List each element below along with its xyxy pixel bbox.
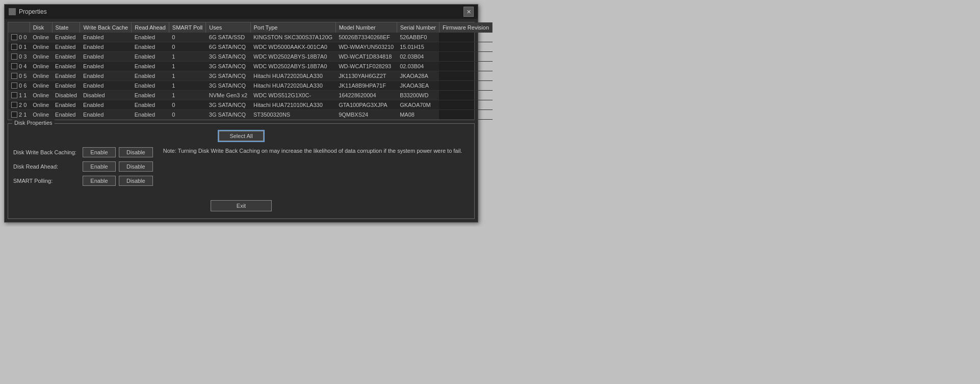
disk-table: Disk State Write Back Cache Read Ahead S…: [8, 22, 493, 120]
row-checkbox[interactable]: [11, 44, 17, 50]
disk-cell: 1 1: [8, 91, 30, 100]
port-type-cell: NVMe Gen3 x2: [206, 91, 250, 100]
read-ahead-label: Disk Read Ahead:: [13, 163, 80, 170]
row-checkbox[interactable]: [11, 92, 17, 98]
smart-poll-cell: Enabled: [132, 71, 169, 81]
serial-number-cell: WD-WMAYUN503210: [336, 42, 397, 52]
write-back-cache-cell: Enabled: [52, 52, 80, 62]
smart-polling-label: SMART Polling:: [13, 178, 80, 184]
table-row: 2 1OnlineEnabledEnabledEnabled03G SATA/N…: [8, 110, 493, 120]
section-legend: Disk Properties: [12, 120, 55, 126]
note-container: Note: Turning Disk Write Back Caching on…: [163, 147, 462, 190]
col-serial-number: Serial Number: [397, 22, 439, 33]
disk-cell: 2 0: [8, 100, 30, 109]
col-disk: Disk: [30, 22, 52, 33]
properties-controls: Disk Write Back Caching: Enable Disable …: [13, 147, 153, 190]
exit-row: Exit: [13, 200, 469, 211]
col-write-back-cache: Write Back Cache: [80, 22, 132, 33]
exit-button[interactable]: Exit: [211, 200, 272, 211]
state-cell: Online: [30, 33, 52, 42]
row-checkbox[interactable]: [11, 73, 17, 79]
write-back-cache-cell: Enabled: [52, 110, 80, 120]
disk-cell: 0 3: [8, 52, 30, 61]
firmware-revision-cell: JKAOA3EA: [397, 81, 439, 91]
disk-number: 0 5: [19, 73, 27, 79]
read-ahead-cell: Disabled: [80, 91, 132, 100]
write-back-disable-button[interactable]: Disable: [119, 147, 153, 157]
table-row: 2 0OnlineEnabledEnabledEnabled03G SATA/N…: [8, 100, 493, 110]
uses-cell: 1: [169, 62, 206, 71]
row-checkbox[interactable]: [11, 83, 17, 89]
row-checkbox[interactable]: [11, 53, 17, 60]
app-icon: [9, 8, 16, 15]
smart-polling-enable-button[interactable]: Enable: [83, 176, 116, 186]
read-ahead-row: Disk Read Ahead: Enable Disable: [13, 161, 153, 172]
row-checkbox[interactable]: [11, 112, 17, 118]
serial-number-cell: 50026B73340268EF: [336, 33, 397, 42]
port-type-cell: 6G SATA/NCQ: [206, 42, 250, 52]
title-bar: Properties ✕: [5, 5, 478, 19]
read-ahead-cell: Enabled: [80, 71, 132, 81]
disk-number: 0 0: [19, 34, 27, 40]
serial-number-cell: WD-WCAT1F028293: [336, 62, 397, 71]
col-state: State: [52, 22, 80, 33]
state-cell: Online: [30, 91, 52, 100]
write-back-enable-button[interactable]: Enable: [83, 147, 116, 157]
smart-poll-cell: Enabled: [132, 91, 169, 100]
write-back-cache-cell: Enabled: [52, 62, 80, 71]
smart-poll-cell: Enabled: [132, 110, 169, 120]
table-header: Disk State Write Back Cache Read Ahead S…: [8, 22, 493, 33]
row-checkbox[interactable]: [11, 102, 17, 108]
col-read-ahead: Read Ahead: [132, 22, 169, 33]
firmware-revision-cell: B33200WD: [397, 91, 439, 100]
serial-number-cell: 9QMBXS24: [336, 110, 397, 120]
read-ahead-cell: Enabled: [80, 33, 132, 42]
disk-table-container: Disk State Write Back Cache Read Ahead S…: [8, 22, 475, 120]
state-cell: Online: [30, 81, 52, 91]
disk-cell: 0 6: [8, 81, 30, 90]
write-back-cache-cell: Enabled: [52, 42, 80, 52]
main-content: Disk State Write Back Cache Read Ahead S…: [5, 19, 478, 222]
serial-number-cell: WD-WCAT1D834818: [336, 52, 397, 62]
state-cell: Online: [30, 71, 52, 81]
close-button[interactable]: ✕: [463, 7, 474, 17]
state-cell: Online: [30, 52, 52, 62]
disk-number: 0 6: [19, 83, 27, 89]
uses-cell: 0: [169, 100, 206, 110]
disk-number: 1 1: [19, 92, 27, 98]
read-ahead-cell: Enabled: [80, 81, 132, 91]
read-ahead-enable-button[interactable]: Enable: [83, 161, 116, 172]
model-number-cell: Hitachi HUA721010KLA330: [250, 100, 336, 110]
smart-poll-cell: Enabled: [132, 42, 169, 52]
smart-polling-disable-button[interactable]: Disable: [119, 176, 153, 186]
firmware-revision-cell: 02.03B04: [397, 62, 439, 71]
firmware-revision-cell: 02.03B04: [397, 52, 439, 62]
read-ahead-disable-button[interactable]: Disable: [119, 161, 153, 172]
window-title: Properties: [19, 8, 47, 15]
disk-number: 0 3: [19, 53, 27, 60]
firmware-revision-cell: GKAOA70M: [397, 100, 439, 110]
uses-cell: 0: [169, 42, 206, 52]
col-port-type: Port Type: [250, 22, 336, 33]
col-model-number: Model Number: [336, 22, 397, 33]
read-ahead-cell: Enabled: [80, 52, 132, 62]
firmware-revision-cell: 15.01H15: [397, 42, 439, 52]
row-checkbox[interactable]: [11, 34, 17, 40]
state-cell: Online: [30, 100, 52, 110]
select-all-button[interactable]: Select All: [219, 131, 263, 141]
write-back-caching-row: Disk Write Back Caching: Enable Disable: [13, 147, 153, 157]
row-checkbox[interactable]: [11, 63, 17, 69]
uses-cell: 1: [169, 81, 206, 91]
port-type-cell: 3G SATA/NCQ: [206, 71, 250, 81]
smart-poll-cell: Enabled: [132, 52, 169, 62]
table-row: 1 1OnlineDisabledDisabledEnabled1NVMe Ge…: [8, 91, 493, 100]
disk-cell: 2 1: [8, 110, 30, 119]
write-back-cache-cell: Enabled: [52, 81, 80, 91]
model-number-cell: KINGSTON SKC300S37A120G: [250, 33, 336, 42]
serial-number-cell: JK1130YAH6GZ2T: [336, 71, 397, 81]
port-type-cell: 3G SATA/NCQ: [206, 110, 250, 120]
uses-cell: 0: [169, 33, 206, 42]
write-back-cache-cell: Enabled: [52, 100, 80, 110]
table-row: 0 1OnlineEnabledEnabledEnabled06G SATA/N…: [8, 42, 493, 52]
write-back-cache-cell: Disabled: [52, 91, 80, 100]
